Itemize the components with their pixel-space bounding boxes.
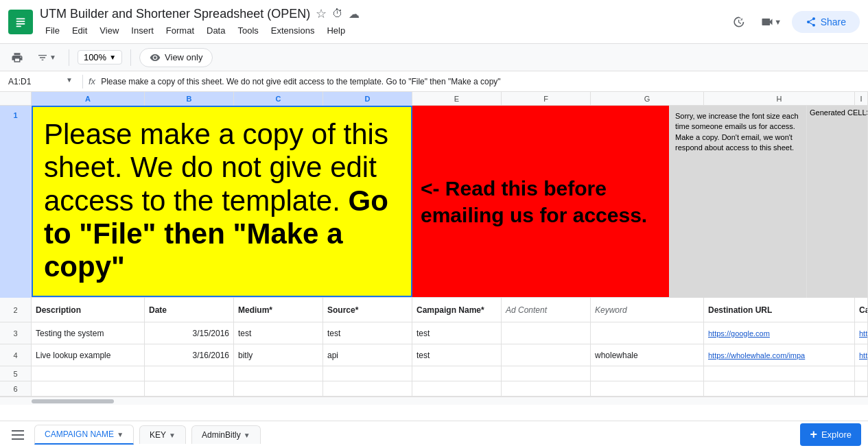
cell-6-c[interactable]	[234, 381, 323, 396]
cell-5-c[interactable]	[234, 366, 323, 381]
cell-4-destination-link[interactable]: https://wholewhale.com/impa	[708, 351, 805, 359]
header-campaign[interactable]: Campaign Name*	[412, 298, 502, 322]
cell-5-e[interactable]	[412, 366, 502, 381]
cell-3-medium[interactable]: test	[234, 322, 323, 344]
cell-3-source[interactable]: test	[323, 322, 412, 344]
cell-5-f[interactable]	[502, 366, 591, 381]
view-only-button[interactable]: View only	[139, 48, 213, 67]
cell-3-destination[interactable]: https://google.com	[704, 322, 855, 344]
cell-3-taggedurl[interactable]: https://google.com?utr	[855, 322, 868, 344]
col-header-g[interactable]: G	[591, 92, 704, 106]
header-adcontent[interactable]: Ad Content	[502, 298, 591, 322]
cell-4-destination[interactable]: https://wholewhale.com/impa	[704, 344, 855, 366]
cell-4-keyword[interactable]: wholewhale	[591, 344, 704, 366]
cell-4-campaign[interactable]: test	[412, 344, 502, 366]
cell-3-adcontent[interactable]	[502, 322, 591, 344]
menu-format[interactable]: Format	[161, 24, 200, 37]
header-medium[interactable]: Medium*	[234, 298, 323, 322]
cell-5-b[interactable]	[145, 366, 234, 381]
print-button[interactable]	[7, 49, 27, 67]
history-button[interactable]	[726, 10, 751, 34]
cell-5-h[interactable]	[704, 366, 855, 381]
cell-4-taggedurl[interactable]: https://wholewhale.co	[855, 344, 868, 366]
header-description[interactable]: Description	[32, 298, 145, 322]
cell-3-destination-link[interactable]: https://google.com	[708, 329, 770, 338]
filter-button[interactable]: ▼	[33, 49, 60, 66]
cell-4-tagged-link[interactable]: https://wholewhale.co	[859, 351, 868, 359]
cell-a1-merged[interactable]: Please make a copy of this sheet. We do …	[32, 106, 412, 297]
cell-ref-dropdown-icon[interactable]: ▼	[66, 76, 77, 87]
cell-6-e[interactable]	[412, 381, 502, 396]
menu-insert[interactable]: Insert	[126, 24, 159, 37]
row-num-5[interactable]: 5	[0, 366, 32, 381]
cell-6-h[interactable]	[704, 381, 855, 396]
row-num-4[interactable]: 4	[0, 344, 32, 366]
cell-6-g[interactable]	[591, 381, 704, 396]
col-header-a[interactable]: A	[32, 92, 145, 106]
cell-5-a[interactable]	[32, 366, 145, 381]
cell-3-description[interactable]: Testing the system	[32, 322, 145, 344]
menu-extensions[interactable]: Extensions	[266, 24, 320, 37]
tab-campaign-name[interactable]: CAMPAIGN NAME ▼	[34, 425, 134, 445]
toolbar-separator-1	[69, 49, 69, 66]
row-num-6[interactable]: 6	[0, 381, 32, 396]
cell-4-date[interactable]: 3/16/2016	[145, 344, 234, 366]
cell-reference-input[interactable]	[5, 77, 60, 86]
cell-3-date[interactable]: 3/15/2016	[145, 322, 234, 344]
header-keyword[interactable]: Keyword	[591, 298, 704, 322]
cell-4-source[interactable]: api	[323, 344, 412, 366]
cell-3-tagged-link[interactable]: https://google.com?utr	[859, 329, 868, 338]
cell-4-description[interactable]: Live lookup example	[32, 344, 145, 366]
row-num-1[interactable]: 1	[0, 106, 32, 298]
cell-3-campaign[interactable]: test	[412, 322, 502, 344]
cell-4-medium[interactable]: bitly	[234, 344, 323, 366]
row-num-2[interactable]: 2	[0, 298, 32, 322]
cell-5-g[interactable]	[591, 366, 704, 381]
col-header-h[interactable]: H	[704, 92, 855, 106]
fx-icon: fx	[89, 76, 95, 86]
menu-view[interactable]: View	[94, 24, 124, 37]
cell-6-f[interactable]	[502, 381, 591, 396]
col-header-i[interactable]: I	[855, 92, 868, 106]
zoom-control[interactable]: 100% ▼	[78, 50, 122, 64]
menu-tools[interactable]: Tools	[232, 24, 263, 37]
cell-e1-red[interactable]: <- Read this before emailing us for acce…	[412, 106, 670, 297]
col-header-e[interactable]: E	[412, 92, 502, 106]
share-button[interactable]: Share	[792, 11, 860, 33]
menu-edit[interactable]: Edit	[67, 24, 93, 37]
cell-6-a[interactable]	[32, 381, 145, 396]
cell-i1-generated[interactable]: Generated CELLS - Don'	[807, 106, 868, 298]
header-destination[interactable]: Destination URL	[704, 298, 855, 322]
bottom-bar: CAMPAIGN NAME ▼ KEY ▼ AdminBitly ▼ + Exp…	[0, 421, 868, 448]
grid-row-1: 1 Please make a copy of this sheet. We d…	[0, 106, 868, 298]
col-header-c[interactable]: C	[234, 92, 323, 106]
tab-key[interactable]: KEY ▼	[139, 425, 186, 444]
row-num-3[interactable]: 3	[0, 322, 32, 344]
cell-6-d[interactable]	[323, 381, 412, 396]
grid-row-3: 3 Testing the system 3/15/2016 test test…	[0, 322, 868, 344]
col-header-f[interactable]: F	[502, 92, 591, 106]
cell-5-d[interactable]	[323, 366, 412, 381]
cell-4-adcontent[interactable]	[502, 344, 591, 366]
cell-3-keyword[interactable]	[591, 322, 704, 344]
menu-file[interactable]: File	[40, 24, 65, 37]
cell-6-i[interactable]	[855, 381, 868, 396]
star-icon[interactable]: ☆	[316, 6, 327, 21]
sheet-menu-button[interactable]	[7, 424, 29, 446]
header-tagged-url[interactable]: Campaign-Tagged URL	[855, 298, 868, 322]
cell-h1-gray-note[interactable]: Sorry, we increase the font size each ti…	[670, 106, 807, 298]
menu-data[interactable]: Data	[201, 24, 231, 37]
history-icon[interactable]: ⏱	[332, 8, 343, 20]
header-date[interactable]: Date	[145, 298, 234, 322]
menu-help[interactable]: Help	[321, 24, 351, 37]
header-source[interactable]: Source*	[323, 298, 412, 322]
cell-6-b[interactable]	[145, 381, 234, 396]
app-icon[interactable]	[8, 10, 33, 34]
col-header-b[interactable]: B	[145, 92, 234, 106]
cell-5-i[interactable]	[855, 366, 868, 381]
explore-button[interactable]: + Explore	[800, 423, 861, 446]
grid-row-6: 6	[0, 381, 868, 397]
tab-admin-bitly[interactable]: AdminBitly ▼	[191, 425, 261, 444]
meet-button[interactable]: ▼	[759, 10, 784, 34]
col-header-d[interactable]: D	[323, 92, 412, 106]
